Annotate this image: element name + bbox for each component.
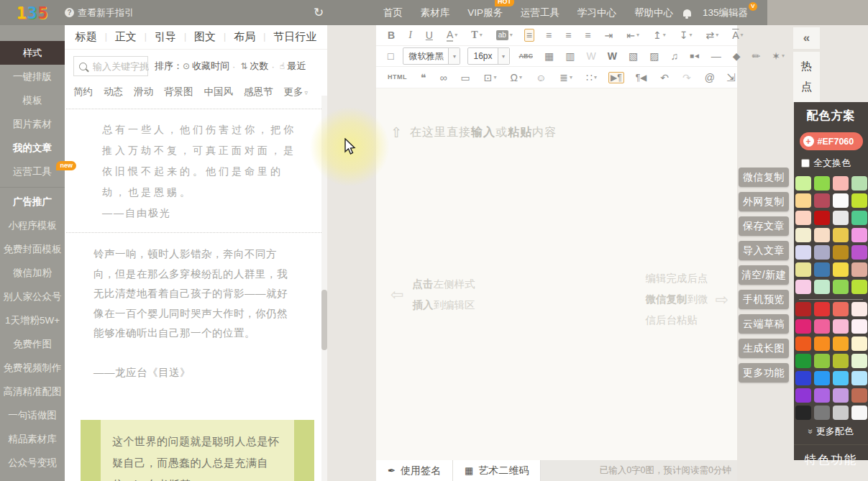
refresh-icon[interactable]: ↻ [314,0,324,25]
topnav-item[interactable]: 首页 [383,6,403,19]
color-swatch[interactable] [851,319,867,334]
sidebar-promo-item[interactable]: 一句话做图 [0,403,65,427]
color-swatch[interactable] [814,319,830,334]
redo-icon[interactable]: ↷ [680,71,693,84]
eraser-icon[interactable]: ◆ [731,50,743,63]
emoji-icon[interactable]: ☺ [534,71,548,84]
letter-spacing-icon[interactable]: ⇄▾ [703,29,721,42]
new-doc-icon[interactable]: □ [385,50,396,63]
user-menu[interactable]: 135编辑器 V [703,6,757,19]
color-swatch[interactable] [833,193,849,208]
color-swatch[interactable] [795,406,811,420]
sidebar-item[interactable]: 样式 [0,41,65,65]
color-swatch[interactable] [851,245,867,260]
color-swatch[interactable] [833,406,849,420]
action-button[interactable]: 云端草稿 [739,314,789,334]
color-swatch[interactable] [833,354,849,368]
color-swatch[interactable] [851,302,867,316]
sidebar-item[interactable]: 一键排版 [0,65,65,88]
panel-scrollbar-track[interactable] [321,96,327,481]
quote-icon[interactable]: ❝ [419,71,429,84]
color-swatch[interactable] [814,371,830,385]
highlight-icon[interactable]: ab▾ [494,29,515,42]
align-center-icon[interactable]: ≡ [544,29,554,42]
strikethrough-icon[interactable]: ABC [517,52,536,61]
action-button[interactable]: 生成长图 [739,339,789,358]
action-button[interactable]: 微信复制 [739,168,789,187]
editor-content-area[interactable]: ⇧ 在这里直接输入或粘贴内容 ⇦ 点击左侧样式插入到编辑区 编辑完成后点微信复制… [376,88,737,460]
color-swatch[interactable] [833,319,849,334]
color-swatch[interactable] [814,176,830,191]
color-swatch[interactable] [795,280,811,294]
collapse-panel-button[interactable]: « [793,27,820,49]
action-button[interactable]: 清空/新建 [739,265,789,285]
action-button[interactable]: 外网复制 [739,192,789,211]
style-tab[interactable]: 引导 [137,30,176,44]
underline-icon[interactable]: U [424,29,435,42]
color-swatch[interactable] [833,280,849,294]
paragraph-rtl-icon[interactable]: ¶◀ [634,72,649,83]
color-swatch[interactable] [833,245,849,260]
sort-option[interactable]: ⊙ 收藏时间 [183,60,229,73]
color-swatch[interactable] [833,371,849,385]
action-button[interactable]: 手机预览 [739,290,789,309]
more-colors-button[interactable]: » 更多配色 [794,425,868,438]
color-swatch[interactable] [814,354,830,368]
color-swatch[interactable] [833,388,849,403]
signature-tab[interactable]: ✒ 使用签名 [376,460,453,481]
image-icon[interactable]: ▧ [626,50,640,63]
music-icon[interactable]: ♫ [668,50,680,63]
sidebar-item[interactable]: 我的文章 [0,136,65,160]
style-tab[interactable]: 节日行业 [255,30,316,44]
bold-icon[interactable]: B [385,29,397,42]
color-swatch[interactable] [851,406,867,420]
color-swatch[interactable] [814,302,830,316]
style-sample[interactable]: 铃声一响，顿时人影错杂，奔向不同方向，但是在那么多穿梭纷乱的人群里，我无比清楚地… [65,233,327,400]
style-sample-card[interactable]: 这个世界的问题就是聪明人总是怀疑自己，而愚蠢的人总是充满自信。by布考斯基 [81,420,314,481]
font-color-icon[interactable]: A▾ [444,28,460,43]
italic-icon[interactable]: I [406,29,414,42]
magic-wand-icon[interactable]: ✶▾ [769,50,787,63]
color-swatch[interactable] [814,211,830,225]
sort-option[interactable]: ⇅ 次数 [229,60,268,73]
color-swatch[interactable] [814,245,830,260]
panel-scrollbar-thumb[interactable] [321,290,327,350]
word-paste-icon[interactable]: W [584,50,598,63]
text-direction-icon[interactable]: A▾ [730,29,745,42]
color-swatch[interactable] [833,176,849,191]
outdent-icon[interactable]: ⇤▾ [624,29,641,42]
color-swatch[interactable] [814,262,830,277]
color-swatch[interactable] [833,302,849,316]
style-tab[interactable]: 标题 [76,30,97,44]
color-swatch[interactable] [795,245,811,260]
color-swatch[interactable] [851,280,867,294]
color-swatch[interactable] [795,193,811,208]
align-right-icon[interactable]: ≡ [563,29,573,42]
search-box[interactable] [73,56,148,76]
sidebar-promo-item[interactable]: 免费视频制作 [0,356,65,380]
color-swatch[interactable] [795,176,811,191]
topnav-item[interactable]: 帮助中心 [634,6,673,19]
topnav-item[interactable]: VIP服务 HOT [467,6,503,19]
color-swatch[interactable] [795,371,811,385]
color-swatch[interactable] [795,211,811,225]
font-family-select[interactable]: 微软雅黑 ▾ [403,47,460,65]
color-swatch[interactable] [814,406,830,420]
action-button[interactable]: 保存文章 [739,216,789,236]
sidebar-promo-item[interactable]: 别人家公众号 [0,285,65,308]
sidebar-item[interactable]: 运营工具 new [0,160,65,183]
special-char-icon[interactable]: Ω▾ [508,71,524,84]
color-swatch[interactable] [851,228,867,242]
topnav-item[interactable]: 学习中心 [577,6,616,19]
color-swatch[interactable] [851,193,867,208]
color-swatch[interactable] [851,176,867,191]
color-swatch[interactable] [795,319,811,334]
color-swatch[interactable] [814,193,830,208]
color-swatch[interactable] [851,336,867,351]
table-icon[interactable]: ▦ [542,50,556,63]
undo-icon[interactable]: ↶ [658,71,671,84]
paragraph-ltr-icon[interactable]: ▶¶ [608,72,624,83]
style-tab[interactable]: 图文 [176,30,216,44]
art-qrcode-tab[interactable]: ▦ 艺术二维码 [453,460,541,481]
topnav-item[interactable]: 运营工具 [521,6,559,19]
